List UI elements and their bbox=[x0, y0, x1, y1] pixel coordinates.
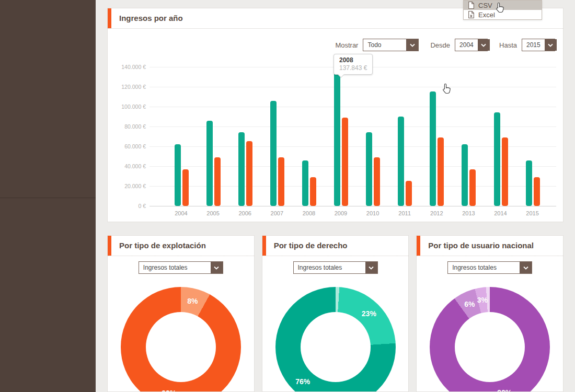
x-axis-tick: 2005 bbox=[203, 210, 224, 216]
panel-header: Por tipo de explotación bbox=[108, 236, 254, 256]
y-axis-tick: 20.000 € bbox=[108, 183, 146, 189]
bar-chart[interactable]: 0 €20.000 €40.000 €60.000 €80.000 €100.0… bbox=[108, 8, 563, 222]
x-axis-tick: 2011 bbox=[394, 210, 415, 216]
x-axis-tick: 2008 bbox=[298, 210, 319, 216]
panel-title: Por tipo de explotación bbox=[119, 236, 206, 256]
bar-2012-serie-verde[interactable] bbox=[430, 91, 436, 206]
bar-2008-serie-naranja[interactable] bbox=[310, 177, 316, 206]
bar-2012-serie-naranja[interactable] bbox=[438, 137, 444, 206]
accent-bar bbox=[417, 236, 420, 256]
sidebar-divider bbox=[0, 198, 96, 198]
bar-2009-serie-verde[interactable] bbox=[334, 69, 340, 206]
file-excel-icon bbox=[468, 11, 474, 18]
explotacion-metric-select[interactable]: Ingresos totales bbox=[139, 261, 223, 274]
export-menu-item-excel[interactable]: Excel bbox=[464, 10, 542, 19]
bar-2008-serie-verde[interactable] bbox=[302, 160, 308, 206]
accent-bar bbox=[108, 236, 111, 256]
x-axis-tick: 2013 bbox=[458, 210, 479, 216]
y-axis-tick: 40.000 € bbox=[108, 163, 146, 169]
donut-slice-label: 23% bbox=[362, 309, 376, 318]
usuario-metric-select[interactable]: Ingresos totales bbox=[447, 261, 532, 274]
x-axis-tick: 2010 bbox=[362, 210, 383, 216]
x-axis-tick: 2006 bbox=[235, 210, 256, 216]
explotacion-panel: Por tipo de explotación Ingresos totales… bbox=[107, 235, 255, 392]
tooltip-year: 2008 bbox=[339, 56, 367, 64]
donut-slice-label: 90% bbox=[497, 388, 512, 392]
file-csv-icon bbox=[468, 2, 474, 9]
ingresos-por-anio-panel: Ingresos por año Mostrar Todo Desde 2004… bbox=[107, 8, 564, 222]
donut-hole bbox=[146, 312, 216, 382]
bar-2004-serie-naranja[interactable] bbox=[182, 169, 189, 206]
donut-slice-label: 3% bbox=[477, 296, 488, 304]
metric-select-value: Ingresos totales bbox=[139, 264, 211, 271]
bar-2006-serie-verde[interactable] bbox=[238, 132, 245, 206]
y-axis-tick: 60.000 € bbox=[108, 143, 146, 149]
usuario-donut-chart[interactable]: 90%6%3% bbox=[430, 287, 550, 392]
x-axis-tick: 2014 bbox=[490, 210, 511, 216]
panel-title: Por tipo de usuario nacional bbox=[428, 236, 534, 256]
x-axis-tick: 2012 bbox=[426, 210, 447, 216]
bar-2015-serie-verde[interactable] bbox=[526, 160, 532, 206]
explotacion-donut-chart[interactable]: 8%92% bbox=[121, 287, 241, 392]
x-axis-tick: 2009 bbox=[330, 210, 351, 216]
export-menu-item-label: Excel bbox=[478, 11, 495, 19]
bar-2015-serie-naranja[interactable] bbox=[534, 177, 540, 206]
y-axis-tick: 80.000 € bbox=[108, 123, 146, 130]
donut-slice-label: 76% bbox=[295, 377, 310, 386]
export-menu-item-csv[interactable]: CSV bbox=[464, 1, 542, 10]
x-axis-tick: 2004 bbox=[171, 210, 192, 216]
donut-hole bbox=[301, 312, 371, 382]
derecho-panel: Por tipo de derecho Ingresos totales 23%… bbox=[262, 235, 409, 392]
export-menu-item-label: CSV bbox=[478, 2, 492, 9]
chart-tooltip: 2008 137.843 € bbox=[334, 54, 373, 75]
bar-2005-serie-verde[interactable] bbox=[206, 121, 213, 206]
derecho-metric-select[interactable]: Ingresos totales bbox=[293, 261, 378, 274]
bar-2013-serie-verde[interactable] bbox=[462, 144, 468, 206]
usuario-nacional-panel: Por tipo de usuario nacional Ingresos to… bbox=[416, 235, 564, 392]
donut-slice-label: 92% bbox=[162, 389, 176, 392]
y-axis-tick: 120.000 € bbox=[108, 84, 146, 90]
bar-2009-serie-naranja[interactable] bbox=[342, 118, 348, 206]
gridline bbox=[150, 206, 556, 206]
y-axis-tick: 0 € bbox=[108, 203, 146, 209]
accent-bar bbox=[262, 236, 266, 256]
y-axis-tick: 140.000 € bbox=[108, 64, 146, 70]
gridline bbox=[150, 107, 556, 107]
panel-header: Por tipo de derecho bbox=[262, 236, 409, 256]
export-menu: CSVExcel bbox=[463, 0, 542, 20]
chevron-down-icon[interactable] bbox=[211, 262, 223, 273]
bar-2014-serie-verde[interactable] bbox=[494, 112, 500, 206]
bar-2005-serie-naranja[interactable] bbox=[214, 157, 221, 206]
bar-2011-serie-verde[interactable] bbox=[398, 117, 404, 206]
bar-2014-serie-naranja[interactable] bbox=[502, 137, 508, 206]
tooltip-value: 137.843 € bbox=[339, 64, 367, 72]
derecho-donut-chart[interactable]: 23%76% bbox=[275, 287, 396, 392]
x-axis-tick: 2015 bbox=[522, 210, 543, 216]
bar-2007-serie-verde[interactable] bbox=[270, 101, 277, 206]
sidebar-nav bbox=[0, 0, 96, 392]
donut-hole bbox=[455, 312, 525, 382]
bar-2010-serie-verde[interactable] bbox=[366, 132, 372, 206]
bar-2013-serie-naranja[interactable] bbox=[469, 169, 476, 206]
bar-2004-serie-verde[interactable] bbox=[175, 144, 181, 206]
donut-panels-row: Por tipo de explotación Ingresos totales… bbox=[107, 235, 564, 392]
bar-2011-serie-naranja[interactable] bbox=[406, 181, 412, 206]
donut-slice-label: 6% bbox=[464, 300, 475, 308]
bar-2006-serie-naranja[interactable] bbox=[246, 141, 252, 206]
gridline bbox=[150, 87, 556, 87]
metric-select-value: Ingresos totales bbox=[294, 264, 365, 271]
bar-2010-serie-naranja[interactable] bbox=[374, 157, 380, 206]
x-axis-tick: 2007 bbox=[267, 210, 288, 216]
chevron-down-icon[interactable] bbox=[365, 262, 377, 273]
donut-slice-label: 8% bbox=[187, 297, 198, 305]
bar-2007-serie-naranja[interactable] bbox=[278, 157, 284, 206]
chevron-down-icon[interactable] bbox=[520, 262, 532, 273]
metric-select-value: Ingresos totales bbox=[448, 264, 520, 271]
y-axis-tick: 100.000 € bbox=[108, 103, 146, 110]
panel-header: Por tipo de usuario nacional bbox=[417, 236, 563, 256]
panel-title: Por tipo de derecho bbox=[274, 236, 348, 256]
